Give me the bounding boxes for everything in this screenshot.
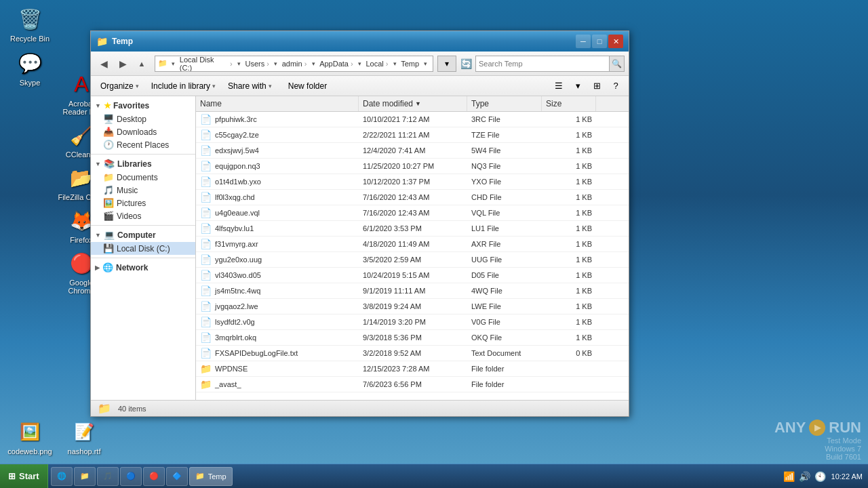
taskbar-chrome[interactable]: 🔴	[143, 467, 165, 486]
nashop-icon[interactable]: 📝 nashop.rtf	[60, 418, 108, 455]
sidebar-item-desktop[interactable]: 🖥️ Desktop	[91, 113, 195, 125]
table-row[interactable]: 📄 u4g0eaue.vql 7/16/2020 12:43 AM VQL Fi…	[196, 205, 629, 221]
taskbar-active-window[interactable]: 📁 Temp	[189, 467, 233, 486]
view-dropdown-button[interactable]: ▾	[569, 78, 587, 94]
organize-menu[interactable]: Organize ▾	[95, 78, 144, 94]
share-with-menu[interactable]: Share with ▾	[222, 78, 277, 94]
col-type-label: Type	[471, 99, 489, 108]
bc-dropdown-5[interactable]: ▾	[390, 59, 399, 68]
file-name: pfpuhiwk.3rc	[215, 115, 257, 123]
table-row[interactable]: 📄 FXSAPIDebugLogFile.txt 3/2/2018 9:52 A…	[196, 346, 629, 361]
help-button[interactable]: ?	[607, 78, 625, 94]
table-row[interactable]: 📄 jvgqaoz2.lwe 3/8/2019 9:24 AM LWE File…	[196, 299, 629, 314]
bc-local[interactable]: Local	[366, 60, 383, 68]
col-header-type[interactable]: Type	[467, 96, 542, 111]
network-section: ▶ 🌐 Network	[91, 260, 195, 274]
table-row[interactable]: 📄 ygu2e0xo.uug 3/5/2020 2:59 AM UUG File…	[196, 252, 629, 268]
computer-header[interactable]: ▼ 💻 Computer	[91, 228, 195, 242]
table-row[interactable]: 📄 edxsjwvj.5w4 12/4/2020 7:41 AM 5W4 Fil…	[196, 143, 629, 159]
bc-dropdown-0[interactable]: ▾	[169, 59, 178, 68]
file-size-cell	[542, 367, 596, 371]
address-bar[interactable]: 📁 ▾ Local Disk (C:) › ▾ Users › ▾ admin …	[155, 56, 433, 72]
restore-button[interactable]: □	[592, 35, 607, 48]
downloads-nav-icon: 📥	[103, 127, 114, 137]
include-library-menu[interactable]: Include in library ▾	[146, 78, 221, 94]
file-name-cell: 📄 edxsjwvj.5w4	[196, 143, 359, 158]
table-row[interactable]: 📁 _avast_ 7/6/2023 6:56 PM File folder	[196, 377, 629, 392]
sidebar-item-downloads[interactable]: 📥 Downloads	[91, 125, 195, 138]
share-label: Share with	[228, 81, 267, 91]
codeweb-icon[interactable]: 🖼️ codeweb.png	[5, 418, 54, 455]
file-date-cell: 9/3/2018 5:36 PM	[359, 331, 467, 344]
col-header-date[interactable]: Date modified ▼	[359, 96, 467, 111]
table-row[interactable]: 📄 equjgpon.nq3 11/25/2020 10:27 PM NQ3 F…	[196, 159, 629, 174]
sidebar-item-local-disk[interactable]: 💾 Local Disk (C:)	[91, 242, 195, 255]
search-input[interactable]	[476, 60, 609, 68]
table-row[interactable]: 📄 vl3403wo.d05 10/24/2019 5:15 AM D05 Fi…	[196, 268, 629, 283]
table-row[interactable]: 📄 lsydfdt2.v0g 1/14/2019 3:20 PM V0G Fil…	[196, 314, 629, 330]
recent-places-label: Recent Places	[117, 140, 169, 150]
forward-button[interactable]: ▶	[114, 55, 132, 73]
table-row[interactable]: 📄 lf0l3xqg.chd 7/16/2020 12:43 AM CHD Fi…	[196, 190, 629, 205]
file-icon: 📄	[200, 207, 212, 218]
refresh-button[interactable]: 🔄	[458, 56, 474, 72]
file-icon: 📄	[200, 192, 212, 203]
favorites-header[interactable]: ▼ ★ Favorites	[91, 99, 195, 113]
taskbar-ie[interactable]: 🌐	[51, 467, 73, 486]
search-button[interactable]: 🔍	[609, 56, 624, 71]
file-icon: 📄	[200, 223, 212, 234]
taskbar-explorer[interactable]: 📁	[74, 467, 96, 486]
sidebar-item-videos[interactable]: 🎬 Videos	[91, 209, 195, 222]
bc-admin[interactable]: admin	[282, 60, 302, 68]
file-date-cell: 3/2/2018 9:52 AM	[359, 347, 467, 359]
network-header[interactable]: ▶ 🌐 Network	[91, 260, 195, 274]
new-folder-button[interactable]: New folder	[281, 78, 334, 94]
recycle-bin-icon[interactable]: 🗑️ Recycle Bin	[5, 5, 54, 43]
col-header-size[interactable]: Size	[542, 96, 596, 111]
bc-dropdown-4[interactable]: ▾	[355, 59, 365, 68]
desktop-nav-label: Desktop	[117, 115, 146, 124]
item-count-label: 40 items	[118, 405, 146, 413]
taskbar-time: 10:22 AM	[831, 472, 868, 481]
bc-dropdown-3[interactable]: ▾	[309, 59, 318, 68]
sidebar-item-documents[interactable]: 📁 Documents	[91, 171, 195, 184]
os-label: Windows 7	[774, 445, 861, 453]
minimize-button[interactable]: ─	[576, 35, 591, 48]
bc-dropdown-2[interactable]: ▾	[271, 59, 281, 68]
table-row[interactable]: 📄 4lfsqybv.lu1 6/1/2020 3:53 PM LU1 File…	[196, 221, 629, 237]
taskbar-edge[interactable]: 🔷	[166, 467, 188, 486]
col-header-name[interactable]: Name	[196, 96, 359, 111]
bc-users[interactable]: Users	[245, 60, 264, 68]
computer-expand: ▼	[95, 232, 101, 239]
taskbar-firefox[interactable]: 🔵	[120, 467, 142, 486]
back-button[interactable]: ◀	[95, 55, 113, 73]
preview-pane-button[interactable]: ⊞	[588, 78, 606, 94]
table-row[interactable]: 📄 o1t4d1wb.yxo 10/12/2020 1:37 PM YXO Fi…	[196, 174, 629, 190]
bc-local-disk[interactable]: Local Disk (C:)	[180, 56, 228, 72]
skype-icon[interactable]: 💬 Skype	[5, 49, 54, 87]
up-button[interactable]: ▲	[133, 55, 151, 73]
sidebar-item-pictures[interactable]: 🖼️ Pictures	[91, 197, 195, 209]
col-date-label: Date modified	[363, 99, 413, 108]
file-size-cell: 1 KB	[542, 300, 596, 312]
taskbar-media[interactable]: 🎵	[97, 467, 119, 486]
address-dropdown-button[interactable]: ▾	[437, 56, 456, 72]
table-row[interactable]: 📄 js4m5tnc.4wq 9/1/2019 11:11 AM 4WQ Fil…	[196, 283, 629, 299]
bc-dropdown-6[interactable]: ▾	[420, 59, 430, 68]
desktop-icons-col1: 🗑️ Recycle Bin 💬 Skype	[0, 0, 60, 92]
close-button[interactable]: ✕	[608, 35, 623, 48]
table-row[interactable]: 📄 3mqrblrt.okq 9/3/2018 5:36 PM OKQ File…	[196, 330, 629, 346]
file-date-cell: 10/10/2021 7:12 AM	[359, 113, 467, 125]
table-row[interactable]: 📄 c55cgay2.tze 2/22/2021 11:21 AM TZE Fi…	[196, 127, 629, 143]
sidebar-item-music[interactable]: 🎵 Music	[91, 184, 195, 197]
start-button[interactable]: ⊞ Start	[0, 464, 48, 489]
details-view-button[interactable]: ☰	[550, 78, 568, 94]
bc-appdata[interactable]: AppData	[319, 60, 349, 68]
sidebar-item-recent-places[interactable]: 🕐 Recent Places	[91, 138, 195, 151]
bc-temp[interactable]: Temp	[401, 60, 419, 68]
table-row[interactable]: 📁 WPDNSE 12/15/2023 7:28 AM File folder	[196, 361, 629, 377]
table-row[interactable]: 📄 pfpuhiwk.3rc 10/10/2021 7:12 AM 3RC Fi…	[196, 112, 629, 127]
bc-dropdown-1[interactable]: ▾	[235, 59, 244, 68]
libraries-header[interactable]: ▼ 📚 Libraries	[91, 157, 195, 171]
table-row[interactable]: 📄 f31vmyrg.axr 4/18/2020 11:49 AM AXR Fi…	[196, 237, 629, 252]
